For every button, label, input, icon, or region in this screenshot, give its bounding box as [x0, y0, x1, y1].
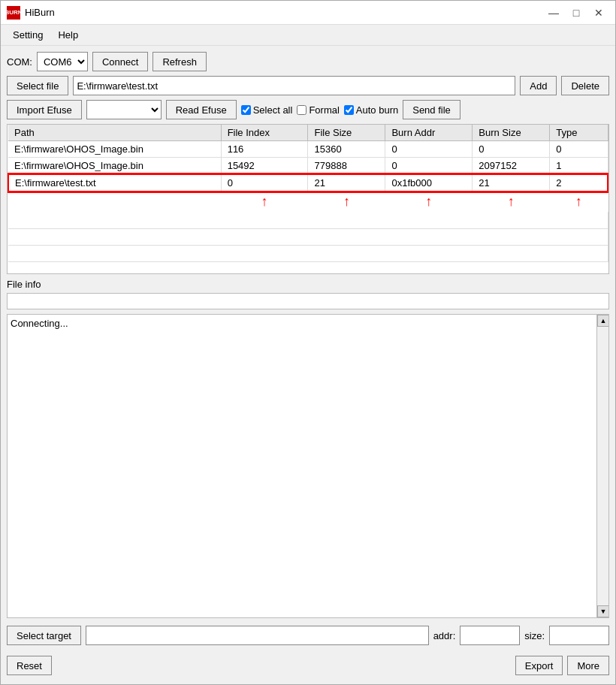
com-row: COM: COM6 COM1 COM2 COM3 COM4 COM5 Conne… — [7, 52, 609, 71]
table-row-empty — [8, 212, 608, 228]
cell-burn-size: 2097152 — [473, 158, 550, 175]
window-title: HiBurn — [25, 7, 543, 18]
com-select[interactable]: COM6 COM1 COM2 COM3 COM4 COM5 — [37, 52, 88, 71]
file-path-input[interactable] — [73, 76, 515, 95]
file-row: Select file Add Delete — [7, 76, 609, 95]
reset-button[interactable]: Reset — [7, 656, 52, 675]
close-button[interactable]: ✕ — [588, 5, 609, 21]
file-info-label: File info — [7, 279, 609, 290]
addr-label: addr: — [433, 630, 456, 641]
app-icon: BURN — [7, 6, 20, 20]
col-burn-size: Burn Size — [473, 125, 550, 141]
col-file-index: File Index — [221, 125, 308, 141]
delete-button[interactable]: Delete — [561, 76, 609, 95]
arrow-icon-addr: ↑ — [425, 194, 432, 209]
arrow-indicator-row: ↑ ↑ ↑ ↑ ↑ — [8, 192, 608, 212]
scroll-up-button[interactable]: ▲ — [597, 315, 609, 327]
select-target-button[interactable]: Select target — [7, 626, 81, 645]
select-all-checkbox[interactable] — [241, 105, 251, 115]
table-header-row: Path File Index File Size Burn Addr Burn… — [8, 125, 608, 141]
col-file-size: File Size — [308, 125, 385, 141]
cell-type: 0 — [550, 141, 608, 158]
file-table: Path File Index File Size Burn Addr Burn… — [8, 125, 608, 262]
log-text: Connecting... — [11, 318, 68, 329]
cell-file-size: 21 — [308, 174, 385, 192]
file-info-section: File info — [7, 279, 609, 309]
cell-burn-size: 0 — [473, 141, 550, 158]
col-burn-addr: Burn Addr — [385, 125, 473, 141]
log-area[interactable]: Connecting... ▲ ▼ — [7, 314, 609, 618]
select-all-checkbox-label[interactable]: Select all — [241, 104, 293, 116]
cell-file-size: 779888 — [308, 158, 385, 175]
read-efuse-button[interactable]: Read Efuse — [166, 100, 237, 119]
add-button[interactable]: Add — [520, 76, 557, 95]
addr-input[interactable] — [460, 626, 520, 645]
cell-burn-addr: 0 — [385, 141, 473, 158]
table-row-highlighted[interactable]: E:\firmware\test.txt 0 21 0x1fb000 21 2 — [8, 174, 608, 192]
window-controls: — □ ✕ — [543, 5, 609, 21]
title-bar: BURN HiBurn — □ ✕ — [1, 1, 615, 25]
cell-path: E:\firmware\test.txt — [8, 174, 221, 192]
file-info-bar — [7, 293, 609, 309]
arrow-icon-type: ↑ — [575, 194, 582, 209]
menu-setting[interactable]: Setting — [5, 26, 50, 44]
table-row[interactable]: E:\firmware\OHOS_Image.bin 15492 779888 … — [8, 158, 608, 175]
efuse-dropdown[interactable] — [86, 100, 162, 119]
bottom-bar-2: Reset Export More — [7, 653, 609, 678]
formal-checkbox[interactable] — [297, 105, 306, 115]
send-file-button[interactable]: Send file — [403, 100, 460, 119]
com-label: COM: — [7, 56, 32, 68]
cell-file-index: 15492 — [221, 158, 308, 175]
col-type: Type — [550, 125, 608, 141]
size-input[interactable] — [549, 626, 609, 645]
import-efuse-button[interactable]: Import Efuse — [7, 100, 82, 119]
efuse-row: Import Efuse Read Efuse Select all Forma… — [7, 100, 609, 119]
table-row[interactable]: E:\firmware\OHOS_Image.bin 116 15360 0 0… — [8, 141, 608, 158]
main-window: BURN HiBurn — □ ✕ Setting Help COM: COM6… — [0, 0, 616, 685]
cell-file-index: 116 — [221, 141, 308, 158]
maximize-button[interactable]: □ — [566, 5, 587, 21]
refresh-button[interactable]: Refresh — [152, 52, 207, 71]
arrow-icon-index: ↑ — [261, 194, 268, 209]
cell-file-index: 0 — [221, 174, 308, 192]
cell-type: 1 — [550, 158, 608, 175]
scroll-down-button[interactable]: ▼ — [597, 605, 609, 617]
auto-burn-checkbox-label[interactable]: Auto burn — [344, 104, 398, 116]
col-path: Path — [8, 125, 221, 141]
bottom-bar-1: Select target addr: size: — [7, 623, 609, 648]
select-file-button[interactable]: Select file — [7, 76, 68, 95]
arrow-icon-burnsize: ↑ — [508, 194, 515, 209]
minimize-button[interactable]: — — [543, 5, 564, 21]
connect-button[interactable]: Connect — [92, 52, 148, 71]
file-table-container[interactable]: Path File Index File Size Burn Addr Burn… — [7, 124, 609, 274]
table-row-empty — [8, 228, 608, 245]
formal-checkbox-label[interactable]: Formal — [297, 104, 339, 116]
menu-bar: Setting Help — [1, 25, 615, 46]
menu-help[interactable]: Help — [50, 26, 86, 44]
cell-path: E:\firmware\OHOS_Image.bin — [8, 141, 221, 158]
auto-burn-label: Auto burn — [356, 104, 398, 116]
cell-path: E:\firmware\OHOS_Image.bin — [8, 158, 221, 175]
content-area: COM: COM6 COM1 COM2 COM3 COM4 COM5 Conne… — [1, 46, 615, 684]
more-button[interactable]: More — [567, 656, 609, 675]
export-button[interactable]: Export — [515, 656, 563, 675]
cell-type: 2 — [550, 174, 608, 192]
cell-burn-addr: 0 — [385, 158, 473, 175]
arrow-icon-size: ↑ — [343, 194, 350, 209]
log-scrollbar[interactable]: ▲ ▼ — [596, 315, 608, 617]
auto-burn-checkbox[interactable] — [344, 105, 354, 115]
cell-burn-addr: 0x1fb000 — [385, 174, 473, 192]
size-label: size: — [524, 630, 545, 641]
cell-file-size: 15360 — [308, 141, 385, 158]
table-row-empty — [8, 245, 608, 261]
select-all-label: Select all — [253, 104, 293, 116]
target-input[interactable] — [86, 626, 429, 645]
cell-burn-size: 21 — [473, 174, 550, 192]
formal-label: Formal — [309, 104, 339, 116]
